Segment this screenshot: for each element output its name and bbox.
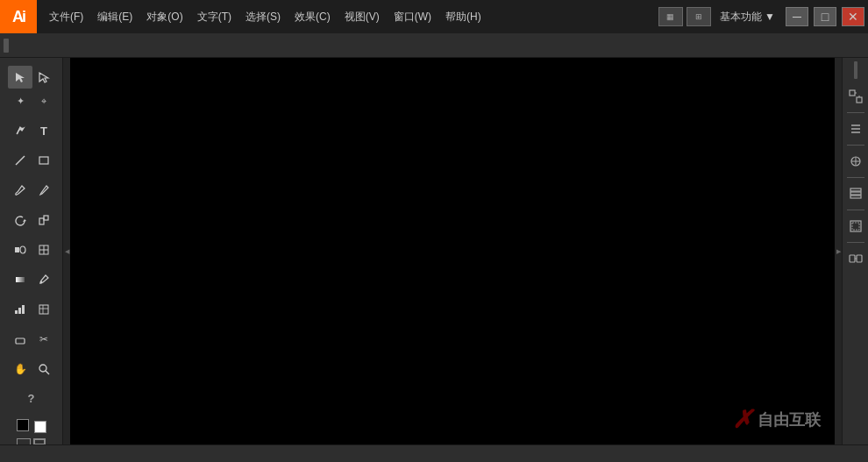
scissors-tool[interactable]: ✂ — [32, 328, 56, 351]
svg-rect-36 — [852, 223, 859, 230]
blend-mesh-tools-group — [8, 238, 54, 261]
svg-rect-5 — [44, 216, 48, 220]
right-panel — [842, 58, 868, 444]
close-button[interactable]: ✕ — [842, 7, 864, 26]
zoom-tool[interactable] — [32, 358, 56, 380]
stroke-icon[interactable] — [33, 438, 46, 444]
layers-panel-icon[interactable] — [845, 183, 866, 204]
canvas-area[interactable]: ✗ 自由互联 — [70, 58, 835, 444]
pencil-tool[interactable] — [32, 179, 56, 202]
app-logo: Ai — [0, 0, 37, 33]
arrange-icon-btn[interactable]: ▦ — [658, 7, 683, 26]
transform-tools-group — [8, 209, 54, 231]
svg-rect-22 — [850, 90, 855, 96]
selection-tools-group: ✦ ⌖ — [8, 66, 54, 112]
blend-tool[interactable] — [8, 238, 32, 261]
left-chevron-icon: ◀ — [65, 248, 69, 255]
brush-tools-group — [8, 179, 54, 202]
title-bar-right: ▦ ⊞ 基本功能 ▼ ─ □ ✕ — [658, 7, 868, 26]
options-bar — [0, 33, 868, 58]
pen-type-tools-group: T — [8, 119, 54, 142]
shape-tools-group — [8, 149, 54, 172]
help-tools-row: ? — [2, 387, 61, 409]
svg-line-21 — [46, 371, 49, 374]
left-collapse-handle[interactable]: ◀ — [63, 58, 70, 444]
svg-rect-38 — [857, 255, 862, 262]
right-collapse-handle[interactable]: ▶ — [835, 58, 842, 444]
lasso-tool[interactable]: ⌖ — [32, 89, 56, 112]
svg-rect-23 — [857, 97, 862, 103]
rotate-tool[interactable] — [8, 209, 32, 231]
svg-rect-15 — [22, 305, 25, 314]
right-sep-1 — [847, 112, 864, 113]
type-tool[interactable]: T — [32, 119, 56, 142]
magic-wand-tool[interactable]: ✦ — [8, 89, 32, 112]
direct-selection-tool[interactable] — [32, 66, 56, 89]
svg-line-1 — [16, 156, 25, 165]
menu-text[interactable]: 文字(T) — [190, 0, 238, 33]
svg-rect-2 — [39, 157, 48, 164]
pen-tool[interactable] — [8, 119, 32, 142]
menu-file[interactable]: 文件(F) — [42, 0, 90, 33]
selection-tool[interactable] — [8, 66, 32, 89]
svg-point-0 — [21, 128, 24, 131]
menu-bar: 文件(F) 编辑(E) 对象(O) 文字(T) 选择(S) 效果(C) 视图(V… — [37, 0, 658, 33]
menu-window[interactable]: 窗口(W) — [387, 0, 438, 33]
question-tool[interactable]: ? — [19, 387, 44, 409]
watermark: ✗ 自由互联 — [732, 405, 821, 434]
svg-rect-32 — [850, 195, 861, 198]
svg-rect-14 — [18, 308, 21, 314]
svg-rect-6 — [15, 247, 19, 252]
slice-tool[interactable] — [32, 298, 56, 321]
right-sep-2 — [847, 145, 864, 146]
eyedropper-tool[interactable] — [32, 268, 56, 291]
menu-select[interactable]: 选择(S) — [238, 0, 288, 33]
svg-rect-11 — [16, 277, 25, 282]
svg-point-12 — [40, 281, 43, 284]
svg-rect-37 — [850, 255, 855, 262]
eraser-tool[interactable] — [8, 328, 32, 351]
svg-point-20 — [39, 365, 46, 372]
svg-point-7 — [20, 246, 25, 253]
right-sep-4 — [847, 210, 864, 210]
menu-edit[interactable]: 编辑(E) — [90, 0, 139, 33]
transform-panel-icon[interactable] — [845, 86, 866, 107]
right-chevron-icon: ▶ — [836, 248, 841, 255]
foreground-color[interactable] — [17, 419, 29, 431]
restore-button[interactable]: □ — [814, 7, 836, 26]
svg-rect-19 — [16, 338, 25, 344]
options-handle — [4, 39, 9, 53]
fill-stroke-row — [17, 438, 46, 444]
right-panel-handle — [854, 61, 857, 79]
rect-tool[interactable] — [32, 149, 56, 172]
status-bar — [0, 444, 868, 462]
svg-rect-13 — [15, 310, 18, 314]
svg-rect-33 — [850, 192, 861, 195]
right-sep-3 — [847, 177, 864, 178]
menu-effect[interactable]: 效果(C) — [288, 0, 338, 33]
chart-tool[interactable] — [8, 298, 32, 321]
paintbrush-tool[interactable] — [8, 179, 32, 202]
minimize-button[interactable]: ─ — [786, 7, 808, 26]
line-segment-tool[interactable] — [8, 149, 32, 172]
menu-help[interactable]: 帮助(H) — [438, 0, 488, 33]
chart-slice-tools-group — [8, 298, 54, 321]
links-panel-icon[interactable] — [845, 248, 866, 269]
artboard-panel-icon[interactable] — [845, 216, 866, 237]
menu-view[interactable]: 视图(V) — [338, 0, 387, 33]
workspace-label[interactable]: 基本功能 ▼ — [715, 10, 780, 25]
background-color[interactable] — [34, 421, 46, 433]
align-panel-icon[interactable] — [845, 118, 866, 139]
fill-icon[interactable] — [17, 438, 31, 444]
scale-tool[interactable] — [32, 209, 56, 231]
main-area: ✦ ⌖ T — [0, 58, 868, 444]
title-bar: Ai 文件(F) 编辑(E) 对象(O) 文字(T) 选择(S) 效果(C) 视… — [0, 0, 868, 33]
gradient-tool[interactable] — [8, 268, 32, 291]
hand-zoom-tools-group: ✋ — [8, 358, 54, 380]
menu-object[interactable]: 对象(O) — [139, 0, 189, 33]
hand-tool[interactable]: ✋ — [8, 358, 32, 380]
mesh-tool[interactable] — [32, 238, 56, 261]
workspace-icon-btn[interactable]: ⊞ — [687, 7, 711, 26]
color-swatches-area — [17, 417, 46, 433]
pathfinder-panel-icon[interactable] — [845, 151, 866, 172]
